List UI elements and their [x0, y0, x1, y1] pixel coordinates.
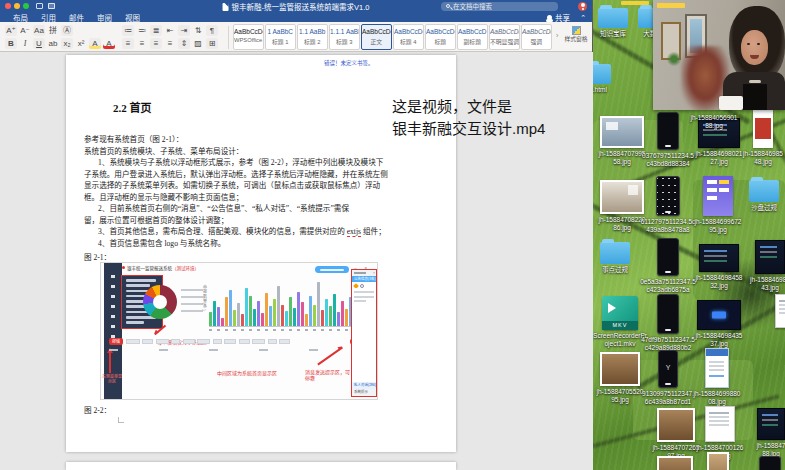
figure-tab[interactable]	[142, 339, 153, 344]
figure-tab[interactable]	[213, 339, 222, 344]
multilevel-list-icon[interactable]: ≣	[150, 25, 162, 36]
style-item-selected[interactable]: AaBbCcDdEe正文	[361, 24, 392, 50]
styles-pane-icon	[572, 26, 581, 35]
desktop-icon[interactable]: jh-1588469845832.jpg	[691, 244, 747, 289]
gear-icon	[360, 284, 364, 288]
bold-icon[interactable]: B	[5, 38, 17, 49]
font-grow-icon[interactable]: A⁺	[5, 25, 17, 36]
figure-tab[interactable]	[126, 339, 140, 344]
figure-tab[interactable]	[252, 339, 265, 344]
zoom-button[interactable]	[23, 3, 29, 9]
photo-red-icon	[753, 110, 773, 148]
desktop-icon[interactable]: 沙盘过规	[736, 180, 785, 212]
ribbon-tab[interactable]: 视图	[125, 12, 140, 23]
figure-tab[interactable]	[268, 339, 277, 344]
desktop-icon[interactable]: 47df9b75112347.5c429a89d880b2	[640, 294, 696, 351]
minimize-button[interactable]	[14, 3, 20, 9]
figure-tab[interactable]	[239, 339, 250, 344]
figure-tab[interactable]	[197, 339, 210, 344]
shading-icon[interactable]: ▨	[192, 38, 204, 49]
ribbon-tab[interactable]: 邮件	[69, 12, 84, 23]
desktop-icon[interactable]: jh-1588405690188.jpg	[686, 112, 742, 129]
figure-active-tab[interactable]: 邮储	[109, 338, 123, 345]
desktop-icon-label: jh-1588469845832.jpg	[691, 274, 747, 289]
desktop-icon[interactable]: 1.html	[593, 64, 626, 94]
desktop-icon[interactable]: 0e5a3a75112347.5c423adb6875a	[640, 238, 696, 293]
desktop-icon[interactable]: jh-15884698443.jpg	[742, 240, 785, 291]
align-right-icon[interactable]: ≡	[150, 38, 162, 49]
desktop-icon[interactable]	[754, 294, 785, 328]
desktop-icon[interactable]: jh-1588469988008.jpg	[689, 348, 745, 405]
text-highlight-icon[interactable]: A	[89, 38, 101, 49]
sort-icon[interactable]: ⇅	[192, 25, 204, 36]
figure-bar	[281, 305, 284, 326]
style-item[interactable]: AaBbCcDdEeWPSOffice…	[233, 24, 264, 50]
styles-pane-button[interactable]: 样式窗格	[561, 24, 591, 51]
close-button[interactable]	[5, 3, 11, 9]
superscript-icon[interactable]: x²	[75, 38, 87, 49]
ribbon-tab[interactable]: 布局	[13, 12, 28, 23]
desktop-icon[interactable]: 事点过规	[593, 242, 643, 274]
style-item[interactable]: 1.1 AaBb标题 2	[297, 24, 328, 50]
style-item[interactable]: AaBbCcDdEe不明显强调	[489, 24, 520, 50]
doc-white-icon	[775, 294, 785, 328]
account-avatar[interactable]	[578, 2, 587, 11]
style-item[interactable]: AaBbCcDdE标题 4	[393, 24, 424, 50]
desktop-icon[interactable]: 6112797511234.5c439a8b8478a8	[640, 176, 696, 233]
save-icon[interactable]	[36, 3, 43, 9]
collapse-ribbon-icon[interactable]: ⌃	[580, 14, 586, 22]
style-item[interactable]: AaBbCcDc标题	[425, 24, 456, 50]
borders-icon[interactable]: ⊞	[206, 38, 218, 49]
figure-tab[interactable]	[156, 339, 169, 344]
justify-icon[interactable]: ≡	[164, 38, 176, 49]
numbering-icon[interactable]: ≕	[136, 25, 148, 36]
style-item[interactable]: 1 AaBbC标题 1	[265, 24, 296, 50]
font-color-icon[interactable]: A	[103, 38, 115, 49]
desktop-icon[interactable]: 10fc5f90318223.5e1685eb28264	[690, 452, 746, 470]
line-spacing-icon[interactable]: ⇕	[178, 38, 190, 49]
font-shrink-icon[interactable]: A⁻	[19, 25, 31, 36]
share-button[interactable]: 共享	[547, 12, 570, 22]
align-center-icon[interactable]: ≡	[136, 38, 148, 49]
print-icon[interactable]	[48, 3, 55, 9]
figure-tab[interactable]	[279, 339, 290, 344]
char-border-icon[interactable]: Ⓐ	[61, 25, 73, 36]
search-input[interactable]: 在文档中搜索	[441, 2, 558, 11]
document-text-line: 显示选择的子系统菜单列表。如需切换子系统，可调出（鼠标点击或获取鼠标焦点）浮动	[84, 180, 444, 192]
toc-error-link[interactable]: 错误！未定义书签。	[324, 59, 374, 67]
indent-icon[interactable]: ⇥	[178, 25, 190, 36]
outdent-icon[interactable]: ⇤	[164, 25, 176, 36]
gallery-scroll-icon[interactable]: ›	[556, 32, 558, 39]
bullets-icon[interactable]: ≔	[122, 25, 134, 36]
style-item[interactable]: AaBbCcD副标题	[457, 24, 488, 50]
ribbon-tab[interactable]: 引用	[41, 12, 56, 23]
font-group-row1: A⁺A⁻Aa拼Ⓐ	[5, 25, 73, 36]
webcam-video[interactable]	[653, 0, 785, 110]
style-item[interactable]: AaBbCcDdEe强调	[521, 24, 552, 50]
ribbon-tab[interactable]: 审阅	[97, 12, 112, 23]
italic-icon[interactable]: I	[19, 38, 31, 49]
underline-icon[interactable]: U	[33, 38, 45, 49]
phone-y-icon	[658, 350, 678, 388]
figure-bar	[217, 307, 220, 326]
desktop[interactable]: 知识宝库大数据1.htmljh-1588470799558.jpg0376797…	[593, 0, 785, 470]
desktop-icon[interactable]: 91309975112347.6c439a8b87cd1	[640, 350, 696, 405]
clear-formatting-icon[interactable]: Aa	[33, 25, 45, 36]
desktop-icon[interactable]: jh-15884788.jpg	[743, 408, 785, 457]
desktop-icon[interactable]: jh-1588469843537.jpg	[691, 300, 747, 347]
figure-2-1-image[interactable]: 左侧菜单显示区 银丰统一监管报送系统（测试环境） – × 每个模块仅为子系统区 …	[100, 262, 378, 400]
text-segment: 系统首页的系统模块、子系统、菜单布局设计：	[84, 147, 243, 156]
desktop-icon[interactable]	[742, 456, 785, 470]
align-left-icon[interactable]: ≡	[122, 38, 134, 49]
figure-tab[interactable]	[224, 339, 236, 344]
desktop-icon[interactable]: jh-15884698548.jpg	[735, 110, 785, 165]
subscript-icon[interactable]: x₂	[61, 38, 73, 49]
pilcrow-icon[interactable]: ¶	[206, 25, 218, 36]
document-page-2[interactable]	[66, 462, 456, 470]
text-segment: 子系统。用户登录进入系统后，默认弹出浮动框。选择子系统后浮动框隐藏，并在系统左侧	[84, 170, 388, 179]
figure-tab[interactable]	[183, 339, 195, 344]
strikethrough-icon[interactable]: ab	[47, 38, 59, 49]
phonetic-guide-icon[interactable]: 拼	[47, 25, 59, 36]
figure-tab[interactable]	[171, 339, 180, 344]
style-item[interactable]: 1.1.1 AaBbC标题 3	[329, 24, 360, 50]
